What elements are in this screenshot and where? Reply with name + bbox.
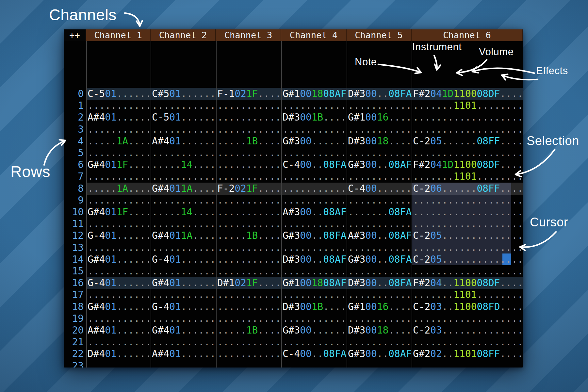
pattern-cell-ch5[interactable]: G#300..08AF [347, 348, 412, 360]
pattern-cell-ch4[interactable]: C-400..08FA [281, 159, 347, 171]
pattern-cell-ch5[interactable]: G#300..08FA [347, 253, 412, 265]
pattern-cell-ch4[interactable]: ........... [281, 218, 347, 230]
pattern-cell-ch2[interactable]: ........... [151, 171, 216, 182]
pattern-cell-ch4[interactable]: D#3001B.... [281, 111, 347, 123]
pattern-cell-ch2[interactable]: ........... [151, 336, 216, 348]
pattern-cell-ch2[interactable]: A#401...... [151, 135, 216, 147]
pattern-cell-ch1[interactable]: G#4011F.... [86, 159, 151, 171]
pattern-cell-ch2[interactable]: .....14.... [151, 206, 216, 218]
pattern-cell-ch6[interactable]: ................... [412, 242, 523, 253]
pattern-cell-ch3[interactable]: ........... [216, 206, 281, 218]
pattern-cell-ch3[interactable]: ........... [216, 336, 281, 348]
pattern-cell-ch1[interactable]: G-401...... [86, 277, 151, 289]
pattern-cell-ch1[interactable]: A#401...... [86, 111, 151, 123]
pattern-cell-ch3[interactable]: .....1B.... [216, 230, 281, 241]
pattern-cell-ch3[interactable]: F-1021F.... [216, 88, 281, 100]
pattern-cell-ch1[interactable]: .....1A.... [86, 183, 151, 194]
pattern-cell-ch6[interactable]: C-205.............. [412, 253, 523, 265]
pattern-cell-ch5[interactable]: ........... [347, 336, 412, 348]
pattern-cell-ch1[interactable]: D#401...... [86, 348, 151, 360]
pattern-cell-ch6[interactable]: .......1101........ [412, 171, 523, 182]
pattern-cell-ch5[interactable]: ........... [347, 218, 412, 230]
pattern-cell-ch6[interactable]: F#204..110008DF.... [412, 277, 523, 289]
channel-header-5[interactable]: Channel 5 [347, 29, 412, 41]
pattern-cell-ch5[interactable]: G#10016.... [347, 301, 412, 313]
pattern-cell-ch2[interactable]: ........... [151, 147, 216, 159]
pattern-cell-ch4[interactable]: C-400..08FA [281, 348, 347, 360]
pattern-cell-ch6[interactable]: ................... [412, 336, 523, 348]
pattern-cell-ch6[interactable]: .......1101........ [412, 100, 523, 111]
pattern-cell-ch4[interactable]: G#300...... [281, 324, 347, 336]
pattern-cell-ch6[interactable]: C-206......08FF.... [412, 183, 523, 194]
channel-header-4[interactable]: Channel 4 [281, 29, 347, 41]
pattern-cell-ch1[interactable]: ........... [86, 289, 151, 301]
pattern-cell-ch1[interactable]: C-501...... [86, 88, 151, 100]
pattern-cell-ch4[interactable]: ........... [281, 147, 347, 159]
pattern-cell-ch2[interactable]: ........... [151, 123, 216, 135]
pattern-cell-ch5[interactable]: C-400...... [347, 183, 412, 194]
pattern-cell-ch6[interactable]: C-203..110008FD.... [412, 301, 523, 313]
pattern-cell-ch1[interactable]: G#4011F.... [86, 206, 151, 218]
pattern-cell-ch3[interactable]: .....1B.... [216, 324, 281, 336]
pattern-cell-ch6[interactable]: F#2041D110008DF.... [412, 159, 523, 171]
pattern-editor[interactable]: 0C-501......C#501......F-1021F....G#1001… [64, 41, 523, 368]
pattern-cell-ch3[interactable]: .....1B.... [216, 135, 281, 147]
pattern-cell-ch5[interactable]: ........... [347, 171, 412, 182]
pattern-cell-ch1[interactable]: ........... [86, 194, 151, 206]
pattern-cell-ch5[interactable]: D#300..08FA [347, 88, 412, 100]
pattern-cell-ch5[interactable]: D#300..08FA [347, 277, 412, 289]
pattern-cell-ch4[interactable]: G#1001808AF [281, 277, 347, 289]
pattern-cell-ch4[interactable]: G#300..08FA [281, 230, 347, 241]
pattern-cell-ch5[interactable]: ........... [347, 360, 412, 368]
pattern-cell-ch1[interactable]: G#401...... [86, 301, 151, 313]
pattern-cell-ch3[interactable]: ........... [216, 100, 281, 111]
pattern-cell-ch1[interactable]: ........... [86, 360, 151, 368]
pattern-cell-ch4[interactable]: ........... [281, 336, 347, 348]
pattern-cell-ch6[interactable]: C-203.............. [412, 324, 523, 336]
pattern-cell-ch2[interactable]: ........... [151, 289, 216, 301]
pattern-cell-ch5[interactable]: A#300..08AF [347, 230, 412, 241]
pattern-cell-ch2[interactable]: A#401...... [151, 348, 216, 360]
pattern-cell-ch1[interactable]: ........... [86, 100, 151, 111]
pattern-cell-ch5[interactable]: D#30018.... [347, 135, 412, 147]
pattern-cell-ch2[interactable]: ........... [151, 218, 216, 230]
pattern-cell-ch4[interactable]: ........... [281, 289, 347, 301]
pattern-cell-ch6[interactable]: ................... [412, 360, 523, 368]
pattern-cell-ch5[interactable]: ........... [347, 289, 412, 301]
pattern-cell-ch6[interactable]: ................... [412, 206, 523, 218]
pattern-cell-ch2[interactable]: C-501...... [151, 111, 216, 123]
pattern-cell-ch4[interactable]: ........... [281, 242, 347, 253]
pattern-cell-ch6[interactable]: ................... [412, 218, 523, 230]
pattern-cell-ch3[interactable]: D#1021F.... [216, 277, 281, 289]
pattern-cell-ch1[interactable]: A#401...... [86, 324, 151, 336]
pattern-cell-ch4[interactable]: D#300..08AF [281, 253, 347, 265]
pattern-cell-ch2[interactable]: ........... [151, 360, 216, 368]
pattern-cell-ch6[interactable]: ................... [412, 265, 523, 277]
pattern-cell-ch1[interactable]: ........... [86, 147, 151, 159]
pattern-cell-ch6[interactable]: ................... [412, 194, 523, 206]
pattern-cell-ch4[interactable]: ........... [281, 313, 347, 324]
pattern-cell-ch3[interactable]: ........... [216, 289, 281, 301]
pattern-cell-ch2[interactable]: C#501...... [151, 88, 216, 100]
pattern-cell-ch2[interactable]: G-401...... [151, 253, 216, 265]
pattern-cell-ch2[interactable]: G#4011A.... [151, 183, 216, 194]
pattern-cell-ch1[interactable]: ........... [86, 171, 151, 182]
pattern-cell-ch2[interactable]: G#401...... [151, 324, 216, 336]
pattern-cell-ch3[interactable]: ........... [216, 123, 281, 135]
pattern-cell-ch5[interactable]: .......08FA [347, 206, 412, 218]
pattern-cell-ch4[interactable]: ........... [281, 360, 347, 368]
pattern-cell-ch6[interactable]: ................... [412, 111, 523, 123]
pattern-cell-ch4[interactable]: D#3001B.... [281, 301, 347, 313]
pattern-cell-ch2[interactable]: ........... [151, 194, 216, 206]
pattern-cell-ch6[interactable]: F#2041D110008DF.... [412, 88, 523, 100]
pattern-cell-ch5[interactable]: ........... [347, 147, 412, 159]
pattern-cell-ch1[interactable]: ........... [86, 123, 151, 135]
pattern-cell-ch2[interactable]: G#4011A.... [151, 230, 216, 241]
pattern-cell-ch3[interactable]: ........... [216, 348, 281, 360]
pattern-cell-ch1[interactable]: ........... [86, 313, 151, 324]
pattern-cell-ch5[interactable]: G#10016.... [347, 111, 412, 123]
pattern-cell-ch5[interactable]: D#30018.... [347, 324, 412, 336]
pattern-cell-ch3[interactable]: ........... [216, 360, 281, 368]
pattern-cell-ch3[interactable]: ........... [216, 159, 281, 171]
pattern-cell-ch5[interactable]: G#300..08AF [347, 159, 412, 171]
